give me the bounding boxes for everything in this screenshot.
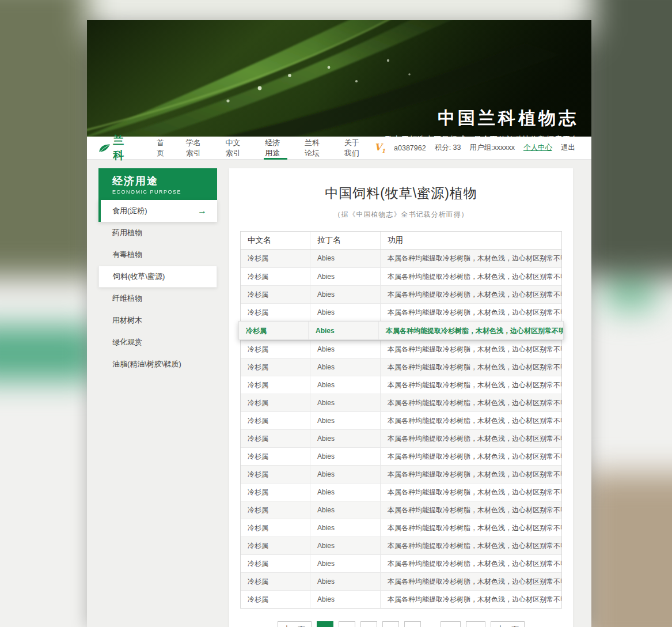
table-cell: Abies (310, 537, 380, 554)
table-row[interactable]: 冷杉属Abies本属各种均能提取冷杉树脂，木材色浅，边心材区别常不明显，... (241, 358, 561, 376)
table-cell: 冷杉属 (241, 573, 310, 590)
table-row[interactable]: 冷杉属Abies本属各种均能提取冷杉树脂，木材色浅，边心材区别常不明显，... (241, 519, 561, 537)
table-cell: 本属各种均能提取冷杉树脂，木材色浅，边心材区别常不明显，... (380, 341, 561, 358)
table-cell: 冷杉属 (241, 358, 310, 376)
user-group: 用户组:xxxxxx (470, 143, 515, 153)
navbar: 兰科 首页学名索引中文索引经济用途兰科论坛关于我们 V1 a0387962 积分… (87, 137, 591, 160)
table-row[interactable]: 冷杉属Abies本属各种均能提取冷杉树脂，木材色浅，边心材区别常不明显，... (241, 501, 561, 519)
table-cell: Abies (310, 430, 380, 447)
sidebar-item-label: 饲料(牧草\蜜源) (113, 271, 165, 282)
table-cell: Abies (310, 412, 380, 429)
table-cell: 冷杉属 (241, 591, 310, 608)
table-cell: 冷杉属 (241, 394, 310, 411)
sidebar-item[interactable]: 药用植物 (98, 222, 217, 244)
table-header-row: 中文名拉丁名功用 (241, 232, 561, 250)
table-cell: 本属各种均能提取冷杉树脂，木材色浅，边心材区别常不明显，... (380, 268, 561, 285)
table-cell: 本属各种均能提取冷杉树脂，木材色浅，边心材区别常不明显，... (380, 501, 561, 519)
username: a0387962 (394, 144, 426, 152)
sidebar-item[interactable]: 饲料(牧草\蜜源) (98, 266, 217, 288)
sidebar-item-label: 药用植物 (112, 228, 142, 238)
table-cell: Abies (310, 555, 380, 572)
table-cell: 本属各种均能提取冷杉树脂，木材色浅，边心材区别常不明显，... (380, 466, 561, 483)
table-row[interactable]: 冷杉属Abies本属各种均能提取冷杉树脂，木材色浅，边心材区别常不明显，... (241, 303, 561, 321)
nav-item[interactable]: 兰科论坛 (295, 137, 335, 160)
page-subtitle: （据《中国植物志》全书记载分析而得） (240, 210, 562, 220)
sidebar-header: 经济用途 ECONOMIC PURPOSE (98, 168, 217, 200)
sidebar-item[interactable]: 油脂(精油\树胶\鞣质) (98, 353, 217, 375)
table-cell: 本属各种均能提取冷杉树脂，木材色浅，边心材区别常不明显，... (380, 430, 561, 447)
table-header-cell: 功用 (380, 232, 561, 249)
nav-item[interactable]: 首页 (147, 137, 176, 160)
table-row[interactable]: 冷杉属Abies本属各种均能提取冷杉树脂，木材色浅，边心材区别常不明显，... (241, 340, 561, 358)
pagination-page-button[interactable]: 68 (466, 621, 485, 627)
table-row[interactable]: 冷杉属Abies本属各种均能提取冷杉树脂，木材色浅，边心材区别常不明显，... (241, 465, 561, 483)
pagination-nav-button[interactable]: 上一页 (491, 621, 525, 627)
table-row[interactable]: 冷杉属Abies本属各种均能提取冷杉树脂，木材色浅，边心材区别常不明显，... (241, 267, 561, 285)
sidebar-item-label: 油脂(精油\树胶\鞣质) (112, 359, 181, 369)
table-cell: 本属各种均能提取冷杉树脂，木材色浅，边心材区别常不明显，... (380, 358, 561, 376)
content-card: 中国饲料(牧草\蜜源)植物 （据《中国植物志》全书记载分析而得） 中文名拉丁名功… (229, 168, 573, 627)
leaf-logo-icon (98, 142, 111, 154)
content-area: 经济用途 ECONOMIC PURPOSE 食用(淀粉)→药用植物有毒植物饲料(… (87, 160, 591, 627)
table-row[interactable]: 冷杉属Abies本属各种均能提取冷杉树脂，木材色浅，边心材区别常不明显，... (241, 483, 561, 501)
table-cell: 本属各种均能提取冷杉树脂，木材色浅，边心材区别常不明显，... (380, 519, 561, 537)
sidebar-item-label: 绿化观赏 (112, 337, 142, 348)
table-cell: 本属各种均能提取冷杉树脂，木材色浅，边心材区别常不明显，... (380, 376, 561, 394)
pagination: 上一页12345...6768上一页 (240, 621, 562, 627)
table-row[interactable]: 冷杉属Abies本属各种均能提取冷杉树脂，木材色浅，边心材区别常不明显，... (241, 537, 561, 554)
user-points: 积分: 33 (435, 143, 461, 153)
table-row[interactable]: 冷杉属Abies本属各种均能提取冷杉树脂，木材色浅，边心材区别常不明显，... (241, 411, 561, 429)
page-canvas: 中国兰科植物志 致力于打造中国最权威、最全面的兰科植物数据库平台 兰科 首页学名… (87, 20, 591, 627)
table-cell: 冷杉属 (241, 304, 310, 321)
table-cell: 冷杉属 (241, 448, 310, 465)
nav-item[interactable]: 关于我们 (335, 137, 375, 160)
nav-item[interactable]: 学名索引 (177, 137, 217, 160)
table-cell: 本属各种均能提取冷杉树脂，木材色浅，边心材区别常不明显，... (380, 591, 561, 608)
table-row[interactable]: 冷杉属Abies本属各种均能提取冷杉树脂，木材色浅，边心材区别常不明显，... (241, 376, 561, 394)
sidebar-item[interactable]: 纤维植物 (98, 288, 217, 309)
sidebar-item-label: 食用(淀粉) (112, 206, 147, 216)
logout-link[interactable]: 退出 (561, 143, 575, 153)
table-cell: 冷杉属 (241, 268, 310, 285)
table-cell: 冷杉属 (241, 250, 310, 267)
sidebar-item[interactable]: 食用(淀粉)→ (98, 200, 217, 222)
pagination-nav-button[interactable]: 上一页 (278, 621, 312, 627)
pagination-page-button[interactable]: 3 (360, 621, 377, 627)
profile-link[interactable]: 个人中心 (523, 143, 552, 153)
table-cell: Abies (310, 519, 380, 537)
pagination-page-button[interactable]: 4 (382, 621, 399, 627)
hero-banner: 中国兰科植物志 致力于打造中国最权威、最全面的兰科植物数据库平台 (87, 20, 591, 137)
sidebar-item[interactable]: 有毒植物 (98, 244, 217, 266)
table-row[interactable]: 冷杉属Abies本属各种均能提取冷杉树脂，木材色浅，边心材区别常不明显，...→ (238, 321, 564, 340)
pagination-page-button[interactable]: 5 (404, 621, 421, 627)
table-cell: 冷杉属 (241, 430, 310, 447)
nav-item[interactable]: 中文索引 (216, 137, 256, 160)
nav-item[interactable]: 经济用途 (256, 137, 295, 160)
table-header-cell: 拉丁名 (310, 232, 380, 249)
site-logo[interactable]: 兰科 (98, 133, 132, 163)
table-row[interactable]: 冷杉属Abies本属各种均能提取冷杉树脂，木材色浅，边心材区别常不明显，... (241, 590, 561, 608)
table-cell: Abies (310, 304, 380, 321)
sidebar-item[interactable]: 用材树木 (98, 309, 217, 331)
sidebar-item[interactable]: 绿化观赏 (98, 331, 217, 353)
pagination-page-button[interactable]: 2 (339, 621, 355, 627)
pagination-page-button[interactable]: 67 (441, 621, 460, 627)
table-row[interactable]: 冷杉属Abies本属各种均能提取冷杉树脂，木材色浅，边心材区别常不明显，... (241, 429, 561, 447)
table-row[interactable]: 冷杉属Abies本属各种均能提取冷杉树脂，木材色浅，边心材区别常不明显，... (241, 285, 561, 303)
table-cell: 冷杉属 (241, 412, 310, 429)
table-row[interactable]: 冷杉属Abies本属各种均能提取冷杉树脂，木材色浅，边心材区别常不明显，... (241, 554, 561, 572)
table-cell: Abies (310, 501, 380, 519)
table-cell: 冷杉属 (241, 501, 310, 519)
table-body: 冷杉属Abies本属各种均能提取冷杉树脂，木材色浅，边心材区别常不明显，...冷… (241, 250, 561, 608)
table-cell: 本属各种均能提取冷杉树脂，木材色浅，边心材区别常不明显，... (378, 322, 563, 339)
table-cell: Abies (310, 268, 380, 285)
table-row[interactable]: 冷杉属Abies本属各种均能提取冷杉树脂，木材色浅，边心材区别常不明显，... (241, 572, 561, 590)
table-row[interactable]: 冷杉属Abies本属各种均能提取冷杉树脂，木材色浅，边心材区别常不明显，... (241, 250, 561, 267)
table-row[interactable]: 冷杉属Abies本属各种均能提取冷杉树脂，木材色浅，边心材区别常不明显，... (241, 394, 561, 411)
table-cell: Abies (308, 322, 378, 339)
table-cell: 冷杉属 (239, 322, 308, 339)
page-title: 中国饲料(牧草\蜜源)植物 (240, 184, 562, 202)
table-row[interactable]: 冷杉属Abies本属各种均能提取冷杉树脂，木材色浅，边心材区别常不明显，... (241, 447, 561, 465)
backdrop-blob (582, 473, 672, 627)
pagination-page-button[interactable]: 1 (317, 621, 333, 627)
